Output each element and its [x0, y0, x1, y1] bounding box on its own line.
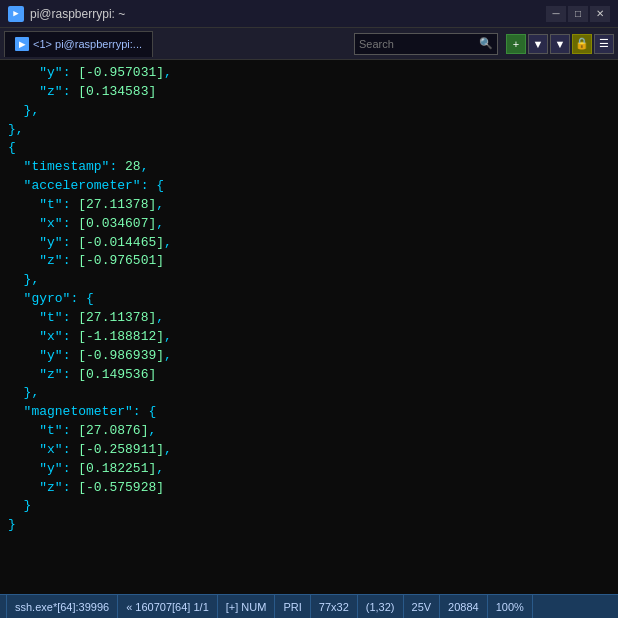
terminal-content: "y": [-0.957031], "z": [0.134583] },},{ … — [0, 60, 618, 594]
tab-label: <1> pi@raspberrypi:... — [33, 38, 142, 50]
toolbar: ▶ <1> pi@raspberrypi:... 🔍 + ▼ ▼ 🔒 ☰ — [0, 28, 618, 60]
terminal-line: "gyro": { — [8, 290, 610, 309]
status-cursor: (1,32) — [358, 595, 404, 618]
search-input[interactable] — [359, 38, 479, 50]
title-bar-left: ▶ pi@raspberrypi: ~ — [8, 6, 125, 22]
terminal-line: "timestamp": 28, — [8, 158, 610, 177]
terminal-line: "z": [-0.976501] — [8, 252, 610, 271]
terminal-line: "t": [27.11378], — [8, 309, 610, 328]
lock-button[interactable]: 🔒 — [572, 34, 592, 54]
terminal-line: }, — [8, 384, 610, 403]
status-mem: 20884 — [440, 595, 488, 618]
terminal-line: "z": [0.134583] — [8, 83, 610, 102]
title-bar-title: pi@raspberrypi: ~ — [30, 7, 125, 21]
terminal-line: "y": [-0.014465], — [8, 234, 610, 253]
terminal-line: "t": [27.11378], — [8, 196, 610, 215]
status-pct: 100% — [488, 595, 533, 618]
maximize-button[interactable]: □ — [568, 6, 588, 22]
dropdown-button-1[interactable]: ▼ — [528, 34, 548, 54]
terminal-line: "x": [0.034607], — [8, 215, 610, 234]
terminal-line: "x": [-1.188812], — [8, 328, 610, 347]
search-box[interactable]: 🔍 — [354, 33, 498, 55]
terminal-line: }, — [8, 271, 610, 290]
status-bar: ssh.exe*[64]:39996 « 160707[64] 1/1 [+] … — [0, 594, 618, 618]
terminal-line: } — [8, 516, 610, 535]
terminal-line: { — [8, 139, 610, 158]
terminal-line: "y": [-0.957031], — [8, 64, 610, 83]
terminal-line: }, — [8, 102, 610, 121]
title-bar-app-icon: ▶ — [8, 6, 24, 22]
terminal-line: } — [8, 497, 610, 516]
terminal-line: "z": [-0.575928] — [8, 479, 610, 498]
status-exe: ssh.exe*[64]:39996 — [6, 595, 118, 618]
terminal-line: "x": [-0.258911], — [8, 441, 610, 460]
terminal-line: "y": [0.182251], — [8, 460, 610, 479]
status-pos: « 160707[64] 1/1 — [118, 595, 218, 618]
search-button[interactable]: 🔍 — [479, 37, 493, 50]
terminal-tab[interactable]: ▶ <1> pi@raspberrypi:... — [4, 31, 153, 57]
status-v: 25V — [404, 595, 441, 618]
terminal-line: "y": [-0.986939], — [8, 347, 610, 366]
toolbar-icons: + ▼ ▼ 🔒 ☰ — [506, 34, 614, 54]
terminal-line: "z": [0.149536] — [8, 366, 610, 385]
status-size: 77x32 — [311, 595, 358, 618]
terminal-line: "magnetometer": { — [8, 403, 610, 422]
list-button[interactable]: ☰ — [594, 34, 614, 54]
add-tab-button[interactable]: + — [506, 34, 526, 54]
minimize-button[interactable]: ─ — [546, 6, 566, 22]
terminal-line: "accelerometer": { — [8, 177, 610, 196]
close-button[interactable]: ✕ — [590, 6, 610, 22]
tab-icon: ▶ — [15, 37, 29, 51]
title-bar-controls: ─ □ ✕ — [546, 6, 610, 22]
terminal-line: }, — [8, 121, 610, 140]
terminal-line: "t": [27.0876], — [8, 422, 610, 441]
title-bar: ▶ pi@raspberrypi: ~ ─ □ ✕ — [0, 0, 618, 28]
status-mode: [+] NUM — [218, 595, 276, 618]
dropdown-button-2[interactable]: ▼ — [550, 34, 570, 54]
status-pri: PRI — [275, 595, 310, 618]
